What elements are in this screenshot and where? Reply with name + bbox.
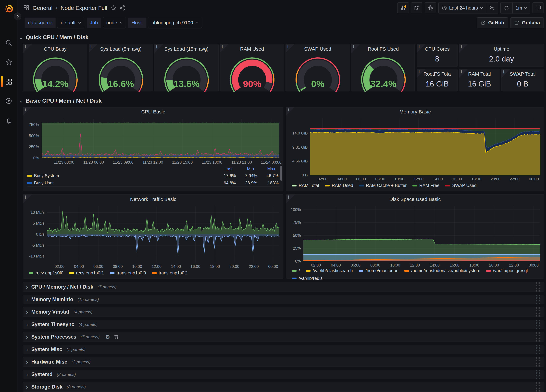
legend-item[interactable]: recv enp1s0f0 (29, 270, 64, 276)
legend-item[interactable]: /var/lib/redis (292, 276, 323, 281)
sidebar-item-search[interactable] (0, 38, 17, 48)
gauge-value: 0% (311, 79, 325, 89)
timeseries-canvas[interactable] (310, 119, 540, 175)
legend-item[interactable]: SWAP Used (445, 183, 477, 188)
panel-title[interactable]: Disk Space Used Basic (293, 197, 537, 202)
gauge-canvas[interactable]: 13.6% (154, 51, 219, 92)
variable-value-dropdown[interactable]: ublog.ipng.ch:9100 (148, 18, 202, 28)
row-drag-handle[interactable] (536, 345, 540, 354)
panel-title[interactable]: CPU Busy (30, 46, 81, 52)
legend-stat-header[interactable]: Min (233, 166, 254, 171)
timeseries-canvas[interactable] (303, 206, 540, 261)
dashboard-row-system-misc[interactable]: ›System Misc(7 panels) (23, 345, 544, 354)
gauge-canvas[interactable]: 14.2% (23, 51, 87, 92)
dashboard-row-system-timesync[interactable]: ›System Timesync(4 panels) (23, 320, 544, 329)
panel-title[interactable]: CPU Basic (30, 109, 277, 115)
gauge-canvas[interactable]: 0% (286, 51, 350, 92)
legend-label: RAM Cache + Buffer (366, 183, 407, 188)
dashboard-row-memory-meminfo[interactable]: ›Memory Meminfo(15 panels) (23, 295, 544, 304)
panel-title[interactable]: Memory Basic (293, 109, 537, 115)
section-title: Basic CPU / Mem / Net / Disk (26, 97, 102, 104)
row-drag-handle[interactable] (536, 295, 540, 304)
row-drag-handle[interactable] (536, 282, 540, 292)
sidebar-item-explore[interactable] (0, 96, 17, 106)
panel-title[interactable]: CPU Cores (423, 46, 451, 52)
zoom-out-button[interactable] (486, 2, 498, 13)
timeseries-canvas[interactable] (42, 119, 279, 158)
tv-mode-button[interactable] (533, 2, 544, 13)
legend-item[interactable]: RAM Free (412, 183, 439, 188)
panel-title[interactable]: Sys Load (15m avg) (161, 46, 212, 52)
grafana-logo-icon[interactable] (3, 4, 15, 14)
timeseries-canvas[interactable] (47, 206, 279, 263)
panel-title[interactable]: Root FS Used (358, 46, 409, 52)
row-drag-handle[interactable] (536, 382, 540, 392)
panel-title[interactable]: RAM Total (466, 71, 493, 77)
dashboard-row-system-processes[interactable]: ›System Processes(7 panels)⚙ (23, 332, 544, 342)
refresh-interval-picker[interactable]: 1m (513, 2, 530, 13)
legend-label[interactable]: Busy System (34, 173, 59, 178)
legend-item[interactable]: / (292, 268, 300, 273)
legend-scrollbar[interactable] (280, 166, 282, 181)
section-header-quick-cpu-mem-disk[interactable]: ⌄Quick CPU / Mem / Disk (19, 34, 89, 40)
row-drag-handle[interactable] (536, 370, 540, 379)
dashboard-row-storage-disk[interactable]: ›Storage Disk(8 panels) (23, 382, 544, 392)
breadcrumb-section[interactable]: General (32, 5, 52, 11)
dashboard-settings-button[interactable] (425, 2, 436, 13)
panel-title[interactable]: RootFS Total (423, 71, 451, 77)
sidebar-expand-button[interactable] (14, 13, 21, 20)
variable-value-dropdown[interactable]: node (103, 18, 126, 28)
github-link-button[interactable]: GitHub (477, 17, 508, 28)
legend-item[interactable]: RAM Cache + Buffer (359, 183, 407, 188)
gauge-canvas[interactable]: 16.6% (89, 51, 153, 92)
row-drag-handle[interactable] (536, 320, 540, 329)
add-panel-button[interactable] (397, 2, 409, 13)
apps-grid-icon[interactable] (23, 5, 30, 11)
legend-stat-header[interactable]: Max (254, 166, 275, 171)
legend-item[interactable]: RAM Used (325, 183, 353, 188)
dashboard-row-cpu-memory-net-disk[interactable]: ›CPU / Memory / Net / Disk(7 panels) (23, 282, 544, 292)
legend-item[interactable]: trans enp1s0f1 (152, 270, 188, 276)
gauge-canvas[interactable]: 90% (220, 51, 284, 92)
legend-stat-header[interactable]: Last (211, 166, 233, 171)
row-settings-gear-icon[interactable]: ⚙ (105, 334, 110, 340)
legend-item[interactable]: recv enp1s0f1 (69, 270, 104, 276)
favorite-star-icon[interactable] (110, 5, 117, 11)
panel-title[interactable]: SWAP Used (292, 46, 343, 52)
time-range-picker[interactable]: Last 24 hours (439, 2, 486, 13)
legend-item[interactable]: /home/mastodon/live/public/system (404, 268, 480, 273)
save-dashboard-button[interactable] (411, 2, 422, 13)
drag-dot (536, 310, 537, 311)
drag-dot (539, 370, 540, 371)
sidebar-item-dashboards[interactable] (0, 77, 17, 86)
legend-label[interactable]: Busy User (34, 180, 54, 186)
section-header-basic-cpu-mem-net-disk[interactable]: ⌄Basic CPU / Mem / Net / Disk (19, 97, 102, 104)
sidebar-item-alerting[interactable] (0, 116, 17, 125)
grafana-link-button[interactable]: Grafana (510, 17, 544, 28)
dashboard-row-hardware-misc[interactable]: ›Hardware Misc(3 panels) (23, 357, 544, 367)
row-delete-trash-icon[interactable] (114, 334, 119, 339)
legend-item[interactable]: RAM Total (292, 183, 319, 188)
variable-value-dropdown[interactable]: default (57, 18, 84, 28)
share-icon[interactable] (119, 5, 125, 11)
row-drag-handle[interactable] (536, 357, 540, 366)
panel-title[interactable]: RAM Used (227, 46, 277, 52)
panel-title[interactable]: Uptime (466, 46, 537, 52)
row-drag-handle[interactable] (536, 307, 540, 316)
sidebar-item-starred[interactable] (0, 57, 17, 67)
legend-item[interactable]: /var/lib/elasticsearch (306, 268, 353, 273)
panel-title[interactable]: Network Traffic Basic (30, 197, 277, 202)
legend-item[interactable]: trans enp1s0f0 (110, 270, 146, 276)
refresh-button[interactable] (500, 2, 513, 13)
drag-dot (539, 297, 540, 299)
legend-item[interactable]: /var/lib/postgresql (486, 268, 528, 273)
panel-title[interactable]: SWAP Total (508, 71, 537, 77)
gauge-canvas[interactable]: 32.4% (351, 51, 416, 92)
panel-title[interactable]: Sys Load (5m avg) (95, 46, 146, 52)
drag-dot (539, 300, 540, 301)
legend-item[interactable]: /home/mastodon (359, 268, 398, 273)
dashboard-row-systemd[interactable]: ›Systemd(2 panels) (23, 370, 544, 379)
dashboard-row-memory-vmstat[interactable]: ›Memory Vmstat(4 panels) (23, 307, 544, 317)
legend-swatch (27, 175, 32, 177)
row-drag-handle[interactable] (536, 332, 540, 341)
